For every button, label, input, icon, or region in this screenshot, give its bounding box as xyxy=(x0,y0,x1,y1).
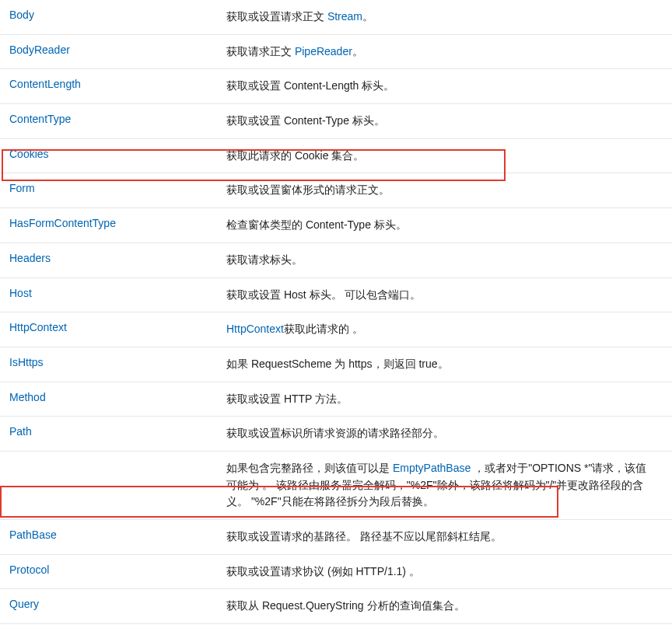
property-desc-cell: 获取请求标头。 xyxy=(222,243,672,277)
property-desc-cell: 检查窗体类型的 Content-Type 标头。 xyxy=(222,208,672,242)
desc-pre: 获取或设置 Content-Length 标头。 xyxy=(226,79,394,92)
table-row: PathBase 获取或设置请求的基路径。 路径基不应以尾部斜杠结尾。 xyxy=(0,520,672,555)
property-link[interactable]: Query xyxy=(9,598,39,610)
property-name-cell: HasFormContentType xyxy=(0,208,222,238)
property-name-cell: HttpContext xyxy=(0,312,222,342)
property-desc-cell: 如果 RequestScheme 为 https，则返回 true。 xyxy=(222,347,672,382)
property-link[interactable]: Cookies xyxy=(9,148,49,160)
property-name-cell: Query xyxy=(0,589,222,619)
desc-pre: 如果 RequestScheme 为 https，则返回 true。 xyxy=(226,358,449,370)
desc-pre: 获取或设置请求正文 xyxy=(226,10,327,23)
property-link[interactable]: ContentType xyxy=(9,113,71,125)
property-desc-cell: HttpContext获取此请求的 。 xyxy=(222,312,672,347)
property-name-cell: IsHttps xyxy=(0,347,222,377)
desc-pre: 获取或设置请求协议 (例如 HTTP/1.1) 。 xyxy=(226,565,420,577)
property-link[interactable]: Method xyxy=(9,391,46,403)
property-link[interactable]: ContentLength xyxy=(9,78,81,90)
desc-pre: 获取或设置 HTTP 方法。 xyxy=(226,392,348,405)
desc-post: 获取此请求的 。 xyxy=(284,323,363,335)
property-name-cell: Method xyxy=(0,382,222,412)
property-link[interactable]: IsHttps xyxy=(9,356,44,368)
table-row: Headers 获取请求标头。 xyxy=(0,243,672,278)
desc-pre: 获取或设置请求的基路径。 路径基不应以尾部斜杠结尾。 xyxy=(226,530,502,543)
property-desc-cell: 获取或设置标识所请求资源的请求路径部分。 xyxy=(222,417,672,451)
page-wrap: { "rows": [ { "name": "Body", "desc_pre"… xyxy=(0,0,672,628)
table-row: Form 获取或设置窗体形式的请求正文。 xyxy=(0,173,672,208)
property-desc-cell: 获取或设置 Content-Type 标头。 xyxy=(222,104,672,138)
property-desc-cell: 获取或设置 Content-Length 标头。 xyxy=(222,69,672,103)
desc-pre: 获取或设置 Content-Type 标头。 xyxy=(226,114,385,127)
property-desc-cell: 获取或设置请求的基路径。 路径基不应以尾部斜杠结尾。 xyxy=(222,520,672,554)
desc-post: 。 xyxy=(362,10,373,23)
table-row: IsHttps 如果 RequestScheme 为 https，则返回 tru… xyxy=(0,347,672,382)
table-row: ContentLength 获取或设置 Content-Length 标头。 xyxy=(0,69,672,104)
property-desc-cell: 获取或设置请求正文 Stream。 xyxy=(222,0,672,34)
property-link[interactable]: Path xyxy=(9,425,32,438)
desc-pre: 获取或设置标识所请求资源的请求路径部分。 xyxy=(226,427,444,439)
property-link[interactable]: Form xyxy=(9,182,35,194)
property-desc-cell: 获取请求正文 PipeReader。 xyxy=(222,35,672,69)
rows-group-2: PathBase 获取或设置请求的基路径。 路径基不应以尾部斜杠结尾。 Prot… xyxy=(0,520,672,628)
desc-pre: 获取或设置 Host 标头。 可以包含端口。 xyxy=(226,288,421,301)
desc-pre: 获取从 Request.QueryString 分析的查询值集合。 xyxy=(226,599,465,612)
property-link[interactable]: Headers xyxy=(9,252,51,264)
property-name-cell: ContentLength xyxy=(0,69,222,99)
properties-table: Body 获取或设置请求正文 Stream。 BodyReader 获取请求正文… xyxy=(0,0,672,628)
property-link[interactable]: PathBase xyxy=(9,529,57,541)
property-desc-cell: 获取或设置 Host 标头。 可以包含端口。 xyxy=(222,278,672,312)
table-row: Protocol 获取或设置请求协议 (例如 HTTP/1.1) 。 xyxy=(0,555,672,590)
property-desc-cell: 获取此请求的 Cookie 集合。 xyxy=(222,139,672,173)
property-name-cell: PathBase xyxy=(0,520,222,550)
property-desc-cell: 获取或设置窗体形式的请求正文。 xyxy=(222,173,672,208)
table-row: HttpContext HttpContext获取此请求的 。 xyxy=(0,312,672,347)
property-link[interactable]: Host xyxy=(9,287,32,299)
desc-pre: 获取或设置窗体形式的请求正文。 xyxy=(226,183,390,196)
property-desc-cell: 获取或设置用于在 Request.Query 中创建查询集合的原始查询字符串。 xyxy=(222,624,672,628)
property-link[interactable]: HasFormContentType xyxy=(9,217,116,229)
property-name-cell: Path xyxy=(0,417,222,446)
path-extra-desc: 如果包含完整路径，则该值可以是 EmptyPathBase ，或者对于"OPTI… xyxy=(0,452,672,520)
property-name-cell: BodyReader xyxy=(0,35,222,65)
table-row: BodyReader 获取请求正文 PipeReader。 xyxy=(0,35,672,70)
property-name-cell: QueryString xyxy=(0,624,222,628)
desc-pre: 获取请求正文 xyxy=(226,45,295,58)
table-row: Cookies 获取此请求的 Cookie 集合。 xyxy=(0,139,672,174)
property-link[interactable]: Body xyxy=(9,9,34,21)
table-row: Path 获取或设置标识所请求资源的请求路径部分。 xyxy=(0,417,672,452)
property-name-cell: Cookies xyxy=(0,139,222,169)
property-link[interactable]: HttpContext xyxy=(9,321,67,333)
rows-group-1: Body 获取或设置请求正文 Stream。 BodyReader 获取请求正文… xyxy=(0,0,672,452)
property-desc-cell: 获取或设置 HTTP 方法。 xyxy=(222,382,672,417)
desc-link[interactable]: EmptyPathBase xyxy=(393,462,471,474)
property-name-cell: Headers xyxy=(0,243,222,273)
property-desc-cell: 获取从 Request.QueryString 分析的查询值集合。 xyxy=(222,589,672,623)
property-desc-cell: 获取或设置请求协议 (例如 HTTP/1.1) 。 xyxy=(222,555,672,589)
property-name-cell: Body xyxy=(0,0,222,30)
property-link[interactable]: BodyReader xyxy=(9,44,70,56)
table-row: Query 获取从 Request.QueryString 分析的查询值集合。 xyxy=(0,589,672,624)
desc-link[interactable]: PipeReader xyxy=(295,45,352,58)
desc-pre: 如果包含完整路径，则该值可以是 xyxy=(226,462,393,474)
table-row: HasFormContentType 检查窗体类型的 Content-Type … xyxy=(0,208,672,243)
table-row: Method 获取或设置 HTTP 方法。 xyxy=(0,382,672,417)
table-row: Body 获取或设置请求正文 Stream。 xyxy=(0,0,672,35)
desc-post: 。 xyxy=(352,45,363,58)
desc-pre: 获取此请求的 Cookie 集合。 xyxy=(226,149,364,162)
table-row: QueryString 获取或设置用于在 Request.Query 中创建查询… xyxy=(0,624,672,628)
desc-link[interactable]: HttpContext xyxy=(226,323,284,335)
table-row: ContentType 获取或设置 Content-Type 标头。 xyxy=(0,104,672,139)
property-name-cell: Form xyxy=(0,173,222,203)
desc-link[interactable]: Stream xyxy=(327,10,362,23)
property-name-cell: Protocol xyxy=(0,555,222,584)
desc-pre: 获取请求标头。 xyxy=(226,253,303,266)
desc-pre: 检查窗体类型的 Content-Type 标头。 xyxy=(226,218,407,231)
property-name-cell: Host xyxy=(0,278,222,308)
property-name-cell: ContentType xyxy=(0,104,222,134)
table-row: Host 获取或设置 Host 标头。 可以包含端口。 xyxy=(0,278,672,313)
property-link[interactable]: Protocol xyxy=(9,563,49,576)
